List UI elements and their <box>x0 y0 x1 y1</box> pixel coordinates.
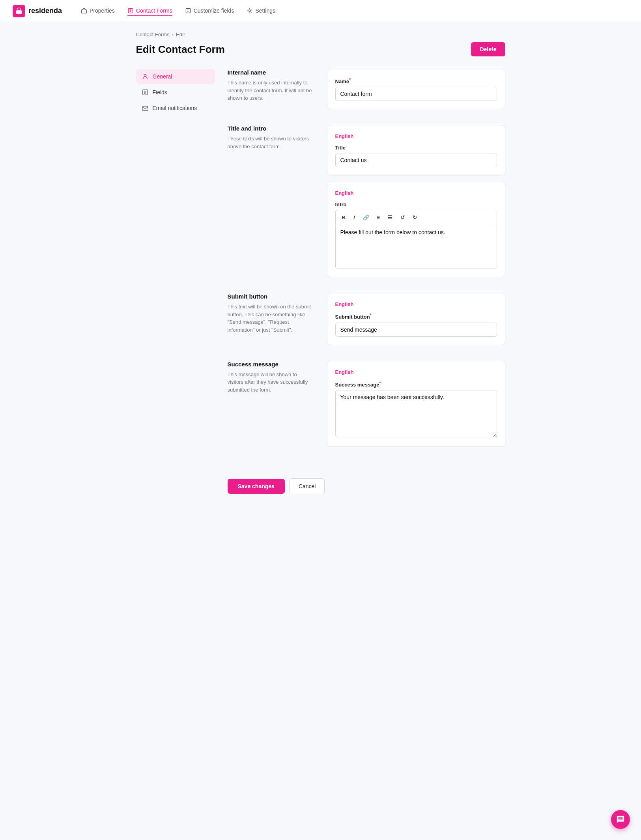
page-title: Edit Contact Form <box>136 43 225 56</box>
rte-ol[interactable]: ☰ <box>385 213 396 222</box>
success-message-title: Success message <box>228 361 314 368</box>
rte-bold[interactable]: B <box>339 213 349 222</box>
logo-icon <box>13 5 25 17</box>
success-message-card: English Success message* Your message ha… <box>327 361 505 447</box>
page-container: Contact Forms › Edit Edit Contact Form D… <box>123 22 518 526</box>
sidebar-item-email-notifications[interactable]: Email notifications <box>136 101 215 116</box>
section-submit-button: Submit button This text will be shown on… <box>228 293 505 345</box>
section-success-message: Success message This message will be sho… <box>228 361 505 447</box>
title-input[interactable] <box>335 153 497 167</box>
form-layout: General Fields Email notifications Inter… <box>136 69 505 494</box>
nav-contact-forms[interactable]: Contact Forms <box>127 6 172 16</box>
section-success-message-desc: Success message This message will be sho… <box>228 361 314 447</box>
section-internal-name-fields: Name* <box>327 69 505 109</box>
section-success-message-fields: English Success message* Your message ha… <box>327 361 505 447</box>
submit-lang-tag: English <box>335 301 497 307</box>
fields-icon <box>142 89 149 96</box>
svg-point-4 <box>249 9 251 11</box>
title-lang-tag: English <box>335 133 497 139</box>
success-lang-tag: English <box>335 369 497 375</box>
section-title-intro-fields: English Title English Intro B I 🔗 <box>327 125 505 277</box>
svg-rect-7 <box>142 106 148 111</box>
success-message-label: Success message* <box>335 381 497 388</box>
svg-rect-0 <box>16 10 22 14</box>
sidebar-label-fields: Fields <box>153 89 167 95</box>
section-submit-button-desc: Submit button This text will be shown on… <box>228 293 314 345</box>
rte-redo[interactable]: ↻ <box>409 213 420 222</box>
top-nav: residenda Properties Contact Forms Custo… <box>0 0 641 22</box>
nav-properties[interactable]: Properties <box>81 6 115 16</box>
submit-button-card: English Submit button* <box>327 293 505 345</box>
svg-rect-1 <box>82 10 87 13</box>
page-header: Edit Contact Form Delete <box>136 42 505 56</box>
name-input[interactable] <box>335 87 497 101</box>
svg-point-5 <box>144 75 146 77</box>
section-internal-name-desc: Internal name This name is only used int… <box>228 69 314 109</box>
breadcrumb: Contact Forms › Edit <box>136 32 505 37</box>
title-intro-description: These texts will be shown to visitors ab… <box>228 135 314 150</box>
rte-toolbar: B I 🔗 ≡ ☰ ↺ ↻ <box>336 210 497 225</box>
section-title-intro: Title and intro These texts will be show… <box>228 125 505 277</box>
rte-ul[interactable]: ≡ <box>374 213 383 222</box>
sidebar-label-email-notifications: Email notifications <box>153 105 197 111</box>
breadcrumb-current: Edit <box>176 32 185 37</box>
intro-card: English Intro B I 🔗 ≡ ☰ ↺ ↻ <box>327 182 505 277</box>
intro-rte-wrapper: B I 🔗 ≡ ☰ ↺ ↻ Please fill out the form b… <box>335 210 497 269</box>
title-label: Title <box>335 145 497 151</box>
sidebar-item-fields[interactable]: Fields <box>136 85 215 100</box>
submit-button-label: Submit button* <box>335 313 497 320</box>
sidebar: General Fields Email notifications <box>136 69 215 494</box>
internal-name-description: This name is only used internally to ide… <box>228 79 314 102</box>
submit-button-title: Submit button <box>228 293 314 300</box>
save-button[interactable]: Save changes <box>228 479 285 494</box>
section-title-intro-desc: Title and intro These texts will be show… <box>228 125 314 277</box>
intro-label: Intro <box>335 202 497 207</box>
breadcrumb-sep: › <box>172 32 174 37</box>
logo[interactable]: residenda <box>13 5 62 17</box>
nav-settings[interactable]: Settings <box>247 6 275 16</box>
main-content: Internal name This name is only used int… <box>228 69 505 494</box>
nav-customize-fields[interactable]: Customize fields <box>185 6 234 16</box>
title-card: English Title <box>327 125 505 175</box>
email-icon <box>142 105 149 112</box>
title-intro-title: Title and intro <box>228 125 314 132</box>
internal-name-title: Internal name <box>228 69 314 76</box>
breadcrumb-parent[interactable]: Contact Forms <box>136 32 170 37</box>
intro-lang-tag: English <box>335 190 497 196</box>
intro-rte-area[interactable]: Please fill out the form below to contac… <box>336 225 497 269</box>
logo-text: residenda <box>28 7 62 15</box>
rte-undo[interactable]: ↺ <box>397 213 408 222</box>
sidebar-label-general: General <box>153 73 172 80</box>
submit-button-input[interactable] <box>335 323 497 337</box>
svg-rect-3 <box>186 8 190 13</box>
submit-button-description: This text will be shown on the submit bu… <box>228 303 314 334</box>
sidebar-item-general[interactable]: General <box>136 69 215 84</box>
name-label: Name* <box>335 77 497 84</box>
general-icon <box>142 73 149 80</box>
delete-button[interactable]: Delete <box>471 42 505 56</box>
rte-link[interactable]: 🔗 <box>360 213 372 222</box>
rte-italic[interactable]: I <box>350 213 358 222</box>
cancel-button[interactable]: Cancel <box>290 478 325 494</box>
save-bar: Save changes Cancel <box>228 478 505 494</box>
section-submit-button-fields: English Submit button* <box>327 293 505 345</box>
success-message-description: This message will be shown to visitors a… <box>228 371 314 394</box>
success-message-textarea[interactable]: Your message has been sent successfully. <box>335 390 497 437</box>
internal-name-card: Name* <box>327 69 505 109</box>
section-internal-name: Internal name This name is only used int… <box>228 69 505 109</box>
